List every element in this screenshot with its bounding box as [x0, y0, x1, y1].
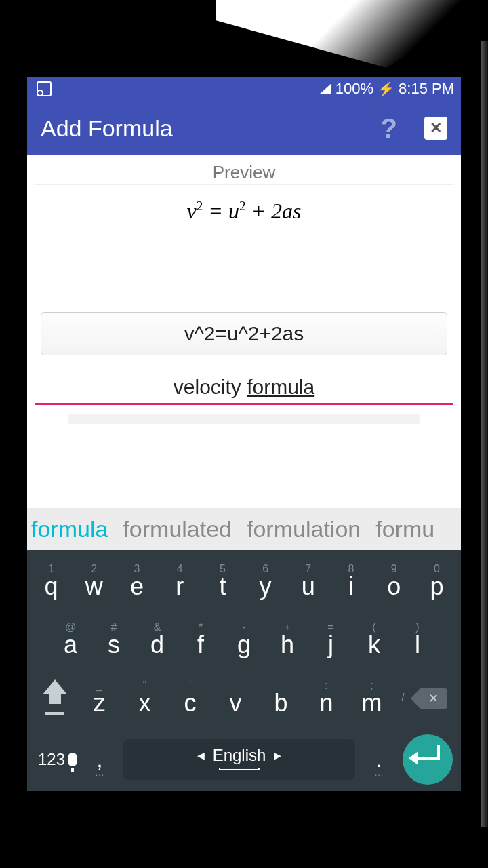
- preview-label: Preview: [35, 155, 453, 185]
- status-bar: 100% ⚡ 8:15 PM: [27, 77, 461, 101]
- key-d[interactable]: &d: [136, 612, 179, 668]
- lang-left-icon: ◀: [197, 750, 205, 761]
- frame-gloss: [216, 0, 488, 68]
- suggestion-0[interactable]: formula: [31, 516, 108, 542]
- symbols-label: 123: [38, 750, 65, 769]
- key-q[interactable]: 1q: [30, 554, 73, 610]
- phone-frame: 100% ⚡ 8:15 PM Add Formula ? ✕ Preview v…: [0, 0, 488, 868]
- key-m[interactable]: ;m: [351, 671, 393, 726]
- title-word2: formula: [247, 376, 314, 398]
- shift-key[interactable]: [35, 682, 75, 715]
- shift-line: [45, 712, 64, 715]
- mic-icon: [68, 753, 77, 766]
- key-z[interactable]: _z: [79, 671, 121, 726]
- formula-input[interactable]: [41, 312, 447, 355]
- backspace-icon: ✕: [420, 688, 447, 709]
- title-input[interactable]: velocity formula: [35, 376, 453, 399]
- key-j[interactable]: =j: [309, 612, 352, 668]
- comma-key[interactable]: , …: [83, 747, 117, 772]
- key-p[interactable]: 0p: [415, 554, 458, 610]
- title-word1: velocity: [174, 376, 247, 398]
- period-key[interactable]: . …: [362, 747, 396, 772]
- key-x[interactable]: "x: [124, 671, 166, 726]
- key-n[interactable]: :n: [306, 671, 348, 726]
- key-u[interactable]: 7u: [287, 554, 329, 610]
- suggestion-2[interactable]: formulation: [247, 516, 361, 542]
- key-f[interactable]: *f: [179, 612, 222, 668]
- page-title: Add Formula: [41, 115, 173, 142]
- key-k[interactable]: (k: [352, 612, 396, 668]
- signal-icon: [319, 83, 331, 94]
- suggestion-1[interactable]: formulated: [123, 516, 232, 542]
- shift-icon: [43, 679, 67, 694]
- key-l[interactable]: )l: [396, 612, 439, 668]
- spacer-bar: [68, 414, 420, 424]
- close-icon: ✕: [430, 119, 442, 137]
- key-y[interactable]: 6y: [244, 554, 287, 610]
- key-row-4: 123 , … ◀ English ▶: [30, 729, 458, 785]
- app-bar: Add Formula ? ✕: [27, 101, 461, 155]
- backspace-key[interactable]: ✕: [413, 688, 454, 709]
- key-a[interactable]: @a: [49, 612, 92, 668]
- space-key[interactable]: ◀ English ▶: [123, 739, 355, 780]
- key-t[interactable]: 5t: [201, 554, 244, 610]
- key-b[interactable]: b: [260, 671, 302, 726]
- space-bar-icon: [219, 768, 260, 770]
- key-g[interactable]: -g: [222, 612, 266, 668]
- key-e[interactable]: 3e: [115, 554, 158, 610]
- lang-right-icon: ▶: [274, 750, 281, 761]
- close-button[interactable]: ✕: [424, 117, 447, 140]
- screen: 100% ⚡ 8:15 PM Add Formula ? ✕ Preview v…: [27, 77, 461, 791]
- key-row-1: 1q 2w 3e 4r 5t 6y 7u 8i 9o 0p: [30, 554, 458, 610]
- key-w[interactable]: 2w: [73, 554, 115, 610]
- key-r[interactable]: 4r: [159, 554, 201, 610]
- title-input-wrap[interactable]: velocity formula: [35, 376, 453, 405]
- key-o[interactable]: 9o: [373, 554, 415, 610]
- status-right: 100% ⚡ 8:15 PM: [319, 80, 454, 98]
- help-icon[interactable]: ?: [381, 113, 397, 144]
- key-row-2: @a #s &d *f -g +h =j (k )l: [30, 612, 458, 668]
- enter-icon: [415, 751, 440, 768]
- frame-side-glare: [481, 41, 488, 827]
- key-c[interactable]: 'c: [169, 671, 211, 726]
- suggestion-bar: formula formulated formulation formu: [27, 508, 461, 550]
- key-slash-hint: /: [396, 683, 410, 714]
- preview-formula: v2 = u2 + 2as: [27, 185, 461, 231]
- enter-key[interactable]: [403, 734, 453, 785]
- charging-icon: ⚡: [378, 81, 394, 97]
- key-s[interactable]: #s: [92, 612, 136, 668]
- key-row-3: _z "x 'c v b :n ;m / ✕: [30, 671, 458, 726]
- image-icon: [37, 81, 52, 96]
- suggestion-3[interactable]: formu: [375, 516, 434, 542]
- content-area: Preview v2 = u2 + 2as velocity formula f…: [27, 155, 461, 791]
- time-text: 8:15 PM: [399, 80, 454, 98]
- key-h[interactable]: +h: [266, 612, 309, 668]
- battery-text: 100%: [336, 80, 373, 98]
- symbols-key[interactable]: 123: [35, 750, 80, 769]
- key-v[interactable]: v: [215, 671, 257, 726]
- lang-label: English: [213, 746, 266, 765]
- keyboard: 1q 2w 3e 4r 5t 6y 7u 8i 9o 0p @a #s &d *…: [27, 550, 461, 791]
- key-i[interactable]: 8i: [329, 554, 372, 610]
